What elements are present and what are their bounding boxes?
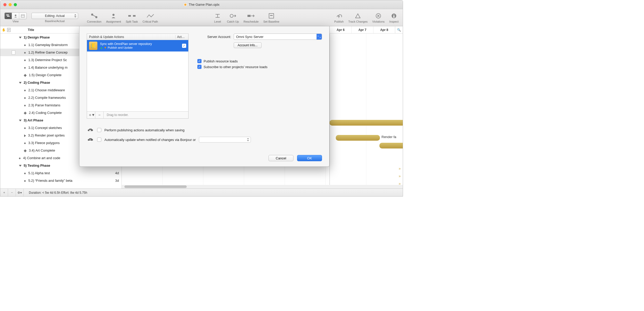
actions-list-footer: ＋▾ － Drag to reorder. xyxy=(87,111,189,119)
critical-path-icon[interactable] xyxy=(146,12,155,20)
catch-up-icon[interactable] xyxy=(228,12,238,20)
action-row-sync[interactable]: 📒 Sync with OmniPlan server repository ▲… xyxy=(87,40,188,51)
set-baseline-icon[interactable] xyxy=(267,12,276,20)
action-subtitle: Publish and Update xyxy=(108,46,133,49)
task-row[interactable]: 5.1) Alpha test4d xyxy=(0,169,122,177)
title-column-header[interactable]: Title xyxy=(15,28,34,32)
zoom-icon[interactable]: 🔍 xyxy=(395,26,403,33)
svg-rect-17 xyxy=(270,15,273,16)
svg-point-14 xyxy=(230,14,233,17)
remove-action-button[interactable]: － xyxy=(95,112,104,118)
svg-point-8 xyxy=(112,14,115,16)
track-changes-icon[interactable] xyxy=(353,12,363,20)
actions-list-header: Publish & Update Actions Act… xyxy=(87,34,188,40)
reschedule-icon[interactable] xyxy=(246,12,256,20)
publish-icon[interactable] xyxy=(334,12,344,20)
subscribe-loads-checkbox[interactable]: ✓ xyxy=(197,65,202,69)
svg-point-20 xyxy=(393,15,394,16)
action-menu-button[interactable]: ⚙︎▾ xyxy=(16,189,24,196)
svg-rect-1 xyxy=(7,16,10,17)
date-header: Apr 8 xyxy=(373,26,395,33)
catch-up-label: Catch Up xyxy=(227,20,239,23)
horizontal-scrollbar[interactable] xyxy=(122,185,403,189)
publish-loads-checkbox[interactable]: ✓ xyxy=(197,59,202,63)
level-icon[interactable] xyxy=(213,12,222,20)
date-header: Apr 6 xyxy=(330,26,351,33)
inspect-label: Inspect xyxy=(389,20,398,23)
assignment-icon[interactable] xyxy=(109,12,118,20)
server-account-label: Server Account: xyxy=(197,35,231,39)
gantt-bar[interactable] xyxy=(330,120,403,126)
baseline-label: Baseline/Actual xyxy=(45,20,65,23)
inspect-icon[interactable] xyxy=(389,12,399,20)
svg-point-2 xyxy=(15,15,16,16)
update-arrow-icon: ▼ xyxy=(104,46,107,49)
calendar-view-icon[interactable] xyxy=(19,13,26,19)
document-title: The Game Plan.oplx xyxy=(184,3,220,7)
titlebar: The Game Plan.oplx xyxy=(0,0,403,9)
violations-icon[interactable] xyxy=(374,12,383,20)
actions-column-header[interactable]: Publish & Update Actions xyxy=(87,35,175,39)
remove-button[interactable]: － xyxy=(8,189,16,196)
zoom-icon[interactable] xyxy=(14,3,17,6)
svg-rect-9 xyxy=(128,15,131,17)
reorder-hint: Drag to reorder. xyxy=(104,113,129,117)
publish-loads-label: Publish resource loads xyxy=(204,59,238,63)
gantt-bar[interactable] xyxy=(336,135,380,141)
gantt-view-icon[interactable] xyxy=(5,13,12,19)
close-icon[interactable] xyxy=(3,3,6,6)
baseline-actual-select[interactable]: Editing: Actual xyxy=(31,13,78,19)
app-window: The Game Plan.oplx View Editing: Actual … xyxy=(0,0,403,197)
account-info-button[interactable]: Account Info... xyxy=(234,42,261,48)
document-icon xyxy=(184,3,187,7)
split-task-label: Split Task xyxy=(126,20,138,23)
minimize-icon[interactable] xyxy=(9,3,12,6)
track-changes-label: Track Changes xyxy=(348,20,367,23)
svg-rect-10 xyxy=(133,15,136,17)
dropdown-arrows-icon: ⌃⌄ xyxy=(317,34,322,40)
gantt-bar[interactable] xyxy=(379,143,403,148)
continue-chevron-icon: » xyxy=(399,174,401,178)
auto-update-checkbox[interactable] xyxy=(97,138,101,142)
act-column-header[interactable]: Act… xyxy=(175,35,188,39)
cloud-download-icon xyxy=(87,137,94,142)
title-text: The Game Plan.oplx xyxy=(189,3,220,7)
add-action-button[interactable]: ＋▾ xyxy=(87,112,95,118)
view-segmented[interactable] xyxy=(4,12,27,19)
task-row[interactable]: 5.2) “Friends and family” beta3d xyxy=(0,177,122,184)
continue-chevron-icon: » xyxy=(399,166,401,171)
add-button[interactable]: ＋ xyxy=(0,189,8,196)
svg-rect-15 xyxy=(247,15,251,17)
sync-action-icon: 📒 xyxy=(89,42,97,50)
svg-rect-21 xyxy=(393,16,394,18)
action-title: Sync with OmniPlan server repository xyxy=(100,42,152,46)
svg-line-7 xyxy=(93,15,96,17)
ok-button[interactable]: OK xyxy=(297,155,322,161)
actions-list: Publish & Update Actions Act… 📒 Sync wit… xyxy=(87,34,189,112)
connection-icon[interactable] xyxy=(90,12,99,20)
assignment-label: Assignment xyxy=(106,20,121,23)
publish-label: Publish xyxy=(334,20,344,23)
action-enabled-checkbox[interactable]: ✓ xyxy=(182,44,186,48)
svg-rect-3 xyxy=(21,15,24,17)
flag-column-icon[interactable]: ✋ xyxy=(0,28,7,32)
server-account-select[interactable]: Omni Sync Server ⌃⌄ xyxy=(234,34,322,40)
view-group: View xyxy=(3,12,28,23)
level-label: Level xyxy=(214,20,221,23)
status-text: Duration: < 5w 4d 6.5h Effort: 8w 4d 5.7… xyxy=(24,191,87,195)
gantt-bar-label: Render fa xyxy=(381,135,396,139)
status-bar: ＋ － ⚙︎▾ Duration: < 5w 4d 6.5h Effort: 8… xyxy=(0,189,403,196)
cloud-upload-icon xyxy=(87,127,94,133)
window-controls xyxy=(0,3,17,6)
note-column-icon[interactable] xyxy=(7,28,15,32)
auto-publish-checkbox[interactable] xyxy=(97,128,101,132)
bonjour-select[interactable] xyxy=(199,137,251,142)
reschedule-label: Reschedule xyxy=(244,20,259,23)
violations-label: Violations xyxy=(372,20,385,23)
view-label: View xyxy=(12,20,19,23)
toolbar: View Editing: Actual Baseline/Actual Con… xyxy=(0,9,403,26)
split-task-icon[interactable] xyxy=(127,12,137,20)
cancel-button[interactable]: Cancel xyxy=(269,155,293,161)
svg-rect-0 xyxy=(6,15,9,15)
resource-view-icon[interactable] xyxy=(12,13,19,19)
